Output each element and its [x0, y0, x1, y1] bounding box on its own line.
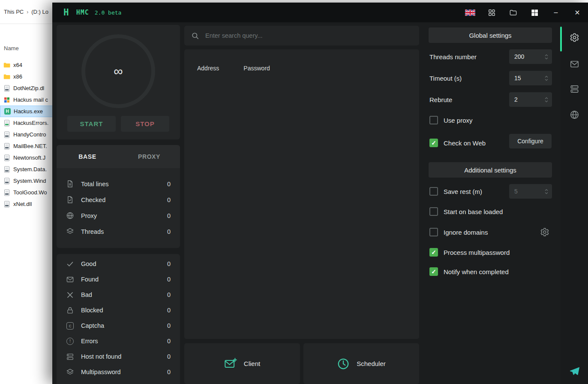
dll-file-icon [3, 85, 10, 92]
start-on-base-checkbox[interactable] [429, 207, 438, 216]
file-row[interactable]: ToolGood.Wo [0, 187, 60, 198]
captcha-icon: c [66, 322, 74, 330]
ignore-domains-gear-icon[interactable] [540, 227, 549, 237]
spinner-arrows-icon[interactable] [544, 188, 549, 195]
tab-base[interactable]: BASE [57, 145, 118, 168]
breadcrumb-separator-icon: › [27, 9, 28, 15]
close-button[interactable]: ✕ [567, 3, 588, 22]
file-name: Newtonsoft.J [13, 154, 45, 161]
file-list: x64 x86 DotNetZip.dl Hackus mail c H Hac… [0, 59, 60, 210]
breadcrumb-drive[interactable]: (D:) Lo [31, 9, 48, 15]
file-row[interactable]: x86 [0, 71, 60, 82]
file-name: Hackus mail c [13, 97, 48, 103]
folder-open-icon[interactable] [502, 3, 524, 22]
breadcrumb[interactable]: This PC › (D:) Lo [0, 0, 60, 24]
stats-list: Total lines 0 Checked 0 Proxy 0 Threads … [57, 168, 180, 239]
file-explorer-window: This PC › (D:) Lo Name x64 x86 DotNetZip… [0, 0, 60, 384]
file-row[interactable]: DotNetZip.dl [0, 82, 60, 94]
dll-file-icon [3, 131, 10, 138]
app-title: HMC [76, 9, 89, 16]
threads-number-input[interactable]: 200 [509, 49, 552, 64]
minimize-button[interactable]: – [545, 3, 567, 22]
rebrute-row: Rebrute 2 [429, 92, 552, 107]
file-row[interactable]: Hackus mail c [0, 94, 60, 106]
nav-server-icon[interactable] [561, 79, 588, 98]
nav-settings-gear-icon[interactable] [561, 28, 588, 47]
spinner-arrows-icon[interactable] [544, 96, 549, 103]
spinner-arrows-icon[interactable] [544, 53, 549, 60]
client-button[interactable]: Client [184, 343, 300, 384]
dll-file-icon [3, 154, 10, 161]
stat-proxy: Proxy 0 [57, 208, 180, 224]
global-settings-header: Global settings [429, 27, 552, 43]
tab-proxy[interactable]: PROXY [118, 145, 180, 168]
file-row[interactable]: HandyContro [0, 129, 60, 140]
name-column-header[interactable]: Name [4, 45, 19, 51]
app-file-icon [3, 97, 10, 103]
save-rest-checkbox[interactable] [429, 187, 438, 196]
process-multipassword-checkbox[interactable] [429, 248, 438, 257]
dll-file-icon [3, 178, 10, 184]
result-found: Found 0 [57, 272, 180, 287]
file-row[interactable]: MailBee.NET. [0, 140, 60, 152]
dll-file-icon [3, 143, 10, 150]
result-host-not-found: Host not found 0 [57, 349, 180, 364]
search-input[interactable] [205, 32, 412, 39]
file-row[interactable]: x64 [0, 59, 60, 71]
results-list: Good 0 Found 0 Bad 0 Blocked 0 [57, 254, 180, 380]
file-name: System.Wind [13, 178, 46, 184]
dll-file-icon [3, 120, 10, 127]
check-on-web-checkbox[interactable] [429, 139, 438, 147]
file-name: HandyContro [13, 131, 46, 138]
telegram-icon[interactable] [561, 361, 588, 380]
file-row-selected[interactable]: H Hackus.exe [0, 106, 60, 117]
file-name: System.Data. [13, 166, 47, 172]
notify-completed-checkbox[interactable] [429, 267, 438, 276]
configure-button[interactable]: Configure [509, 134, 552, 148]
result-bad: Bad 0 [57, 287, 180, 302]
file-row[interactable]: xNet.dll [0, 198, 60, 210]
spinner-arrows-icon[interactable] [544, 75, 549, 82]
apps-grid-icon[interactable] [481, 3, 502, 22]
check-icon [66, 260, 74, 268]
threads-number-row: Threads number 200 [429, 49, 552, 64]
column-password: Password [243, 65, 270, 72]
file-row[interactable]: System.Data. [0, 163, 60, 175]
file-row[interactable]: Newtonsoft.J [0, 152, 60, 163]
file-name: MailBee.NET. [13, 143, 47, 149]
clock-icon [337, 357, 350, 370]
column-address: Address [197, 65, 219, 72]
screen: This PC › (D:) Lo Name x64 x86 DotNetZip… [0, 0, 588, 384]
file-row[interactable]: HackusErrors. [0, 117, 60, 129]
dll-file-icon [3, 201, 10, 208]
layers-icon [66, 368, 74, 376]
windows-icon[interactable] [524, 3, 545, 22]
globe-icon [66, 212, 74, 220]
rebrute-input[interactable]: 2 [509, 92, 552, 107]
file-name: HackusErrors. [13, 120, 48, 126]
use-proxy-checkbox[interactable] [429, 116, 438, 124]
x-icon [66, 291, 74, 299]
start-on-base-row: Start on base loaded [429, 206, 552, 218]
nav-mail-icon[interactable] [561, 54, 588, 73]
stop-button[interactable]: STOP [121, 116, 169, 132]
timeout-input[interactable]: 15 [509, 71, 552, 85]
results-card: Good 0 Found 0 Bad 0 Blocked 0 [57, 254, 180, 384]
breadcrumb-this-pc[interactable]: This PC [4, 9, 24, 15]
save-rest-row: Save rest (m) 5 [429, 184, 552, 199]
titlebar: H HMC 2.0 beta – ✕ [52, 3, 588, 22]
stats-card: BASE PROXY Total lines 0 Checked 0 Proxy [57, 145, 180, 248]
search-icon [191, 32, 199, 40]
hmc-app-window: H HMC 2.0 beta – ✕ ∞ START [52, 3, 588, 384]
nav-globe-icon[interactable] [561, 105, 588, 124]
save-rest-input[interactable]: 5 [509, 184, 552, 199]
result-captcha: c Captcha 0 [57, 318, 180, 333]
ignore-domains-checkbox[interactable] [429, 228, 438, 236]
mail-icon [66, 275, 74, 284]
language-flag-icon[interactable] [459, 3, 481, 22]
client-button-label: Client [244, 360, 260, 367]
start-button[interactable]: START [67, 116, 116, 132]
file-name: ToolGood.Wo [13, 189, 47, 196]
file-row[interactable]: System.Wind [0, 175, 60, 187]
scheduler-button[interactable]: Scheduler [303, 343, 419, 384]
